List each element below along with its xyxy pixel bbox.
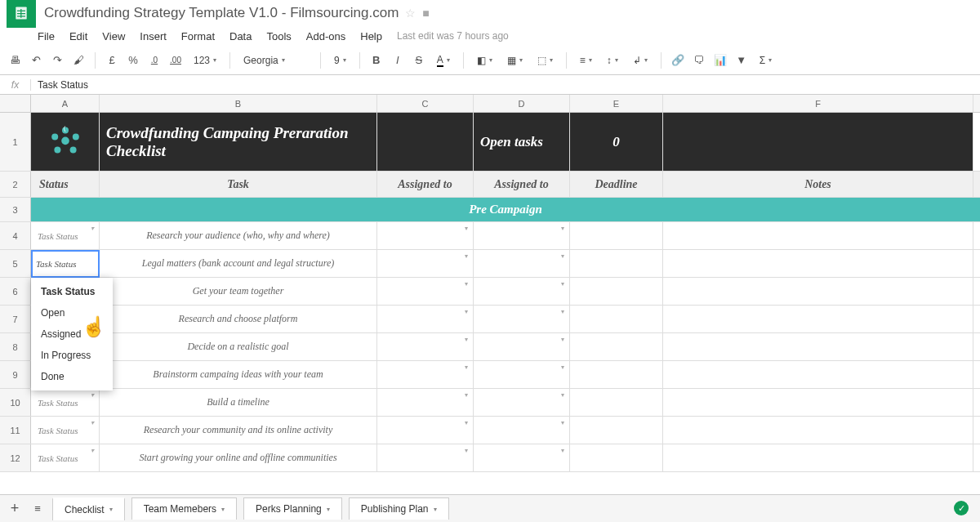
star-icon[interactable]: ☆: [405, 7, 416, 20]
dropdown-arrow-icon[interactable]: ▾: [461, 335, 471, 343]
cell-task[interactable]: Decide on a realistic goal: [100, 333, 377, 360]
font-select[interactable]: Georgia▾: [238, 53, 312, 68]
valign-button[interactable]: ↕▾: [602, 53, 623, 68]
cell-status[interactable]: Task Status▾: [31, 417, 100, 444]
fill-color-button[interactable]: ◧▾: [472, 53, 497, 68]
cell-title[interactable]: Crowdfunding Campaing Preraration Checkl…: [100, 113, 377, 171]
cell-assigned[interactable]: ▾: [377, 417, 474, 444]
cell-task[interactable]: Get your team together: [100, 278, 377, 305]
cell-deadline[interactable]: [570, 417, 663, 444]
sheet-tab-checklist[interactable]: Checklist▾: [52, 497, 125, 520]
col-header-b[interactable]: B: [100, 95, 377, 112]
dropdown-item-done[interactable]: Done: [31, 366, 113, 387]
cell-deadline-header[interactable]: Deadline: [570, 172, 663, 197]
dropdown-arrow-icon[interactable]: ▾: [558, 390, 568, 399]
cell-assigned[interactable]: ▾: [474, 222, 570, 249]
cell-assigned[interactable]: ▾: [474, 278, 570, 305]
cell-assigned[interactable]: ▾: [474, 333, 570, 360]
cell-notes-header[interactable]: Notes: [663, 172, 973, 197]
cell-assigned-header[interactable]: Assigned to: [377, 172, 474, 197]
comment-icon[interactable]: 🗨: [691, 52, 707, 69]
row-header[interactable]: 7: [0, 306, 31, 332]
row-header[interactable]: 10: [0, 389, 31, 416]
doc-title[interactable]: Crowdfunding Strategy Template V1.0 - Fi…: [44, 5, 399, 21]
cell-assigned[interactable]: ▾: [377, 333, 474, 360]
dropdown-arrow-icon[interactable]: ▾: [461, 363, 471, 371]
sheet-tab-perks[interactable]: Perks Planning▾: [243, 497, 342, 520]
cell-notes[interactable]: [663, 333, 973, 360]
cell-input[interactable]: [36, 259, 95, 269]
cell-assigned[interactable]: ▾: [377, 250, 474, 277]
row-header[interactable]: 2: [0, 172, 31, 197]
dec-decrease-button[interactable]: .0: [146, 52, 163, 69]
cell-task[interactable]: Brainstorm campaing ideas with your team: [100, 361, 377, 388]
folder-icon[interactable]: ■: [422, 7, 429, 20]
menu-data[interactable]: Data: [229, 30, 252, 42]
cell[interactable]: [377, 113, 474, 171]
row-header[interactable]: 6: [0, 278, 31, 305]
dropdown-item-inprogress[interactable]: In Progress: [31, 345, 113, 366]
cell-assigned-header[interactable]: Assigned to: [474, 172, 570, 197]
cell-notes[interactable]: [663, 306, 973, 332]
dropdown-arrow-icon[interactable]: ▾: [461, 224, 471, 232]
halign-button[interactable]: ≡▾: [575, 53, 597, 68]
cell-assigned[interactable]: ▾: [474, 250, 570, 277]
cell-assigned[interactable]: ▾: [377, 278, 474, 305]
row-header[interactable]: 5: [0, 250, 31, 277]
sheet-tab-team[interactable]: Team Memebers▾: [131, 497, 237, 520]
cell-notes[interactable]: [663, 222, 973, 249]
cell-task[interactable]: Research and choose platform: [100, 306, 377, 332]
filter-icon[interactable]: ▼: [733, 52, 750, 69]
cell-task[interactable]: Legal matters (bank account and legal st…: [100, 250, 377, 277]
cell-deadline[interactable]: [570, 222, 663, 249]
dropdown-arrow-icon[interactable]: ▾: [87, 224, 97, 232]
menu-file[interactable]: File: [38, 30, 55, 42]
cell-status[interactable]: Task Status▾: [31, 222, 100, 249]
section-header[interactable]: Pre Campaign: [31, 198, 980, 221]
cell-notes[interactable]: [663, 417, 973, 444]
cell-status-header[interactable]: Status: [31, 172, 100, 197]
dropdown-arrow-icon[interactable]: ▾: [461, 446, 471, 454]
undo-icon[interactable]: ↶: [28, 52, 44, 69]
cell-assigned[interactable]: ▾: [377, 389, 474, 416]
cell-assigned[interactable]: ▾: [377, 222, 474, 249]
text-color-button[interactable]: A▾: [432, 52, 455, 69]
cell-deadline[interactable]: [570, 250, 663, 277]
menu-view[interactable]: View: [102, 30, 125, 42]
cell-assigned[interactable]: ▾: [377, 444, 474, 471]
dropdown-arrow-icon[interactable]: ▾: [558, 363, 568, 371]
dropdown-arrow-icon[interactable]: ▾: [87, 390, 97, 399]
cell-logo[interactable]: [31, 113, 100, 171]
dropdown-arrow-icon[interactable]: ▾: [558, 307, 568, 315]
cell-deadline[interactable]: [570, 444, 663, 471]
dropdown-arrow-icon[interactable]: ▾: [558, 418, 568, 426]
row-header[interactable]: 4: [0, 222, 31, 249]
sheet-tab-publishing[interactable]: Publishing Plan▾: [349, 497, 449, 520]
cell-assigned[interactable]: ▾: [474, 306, 570, 332]
dropdown-arrow-icon[interactable]: ▾: [558, 252, 568, 260]
active-cell-editor[interactable]: [31, 250, 100, 278]
cell-assigned[interactable]: ▾: [377, 306, 474, 332]
dropdown-item-open[interactable]: Open: [31, 302, 113, 323]
borders-button[interactable]: ▦▾: [502, 53, 528, 68]
cell-status[interactable]: Task Status▾: [31, 389, 100, 416]
cell-deadline[interactable]: [570, 389, 663, 416]
dropdown-arrow-icon[interactable]: ▾: [87, 418, 97, 426]
cell-task[interactable]: Research your community and its online a…: [100, 417, 377, 444]
dropdown-arrow-icon[interactable]: ▾: [558, 279, 568, 288]
cell-notes[interactable]: [663, 444, 973, 471]
row-header[interactable]: 9: [0, 361, 31, 388]
menu-help[interactable]: Help: [360, 30, 382, 42]
dropdown-item-assigned[interactable]: Assigned: [31, 323, 113, 345]
sheets-logo[interactable]: [7, 0, 36, 28]
cell-deadline[interactable]: [570, 361, 663, 388]
dropdown-arrow-icon[interactable]: ▾: [558, 335, 568, 343]
row-header[interactable]: 3: [0, 198, 31, 221]
add-sheet-button[interactable]: +: [7, 501, 23, 517]
currency-button[interactable]: £: [104, 52, 120, 69]
percent-button[interactable]: %: [125, 52, 141, 69]
select-all-corner[interactable]: [0, 95, 31, 112]
cell[interactable]: [663, 113, 973, 171]
col-header-f[interactable]: F: [663, 95, 973, 112]
col-header-e[interactable]: E: [570, 95, 663, 112]
